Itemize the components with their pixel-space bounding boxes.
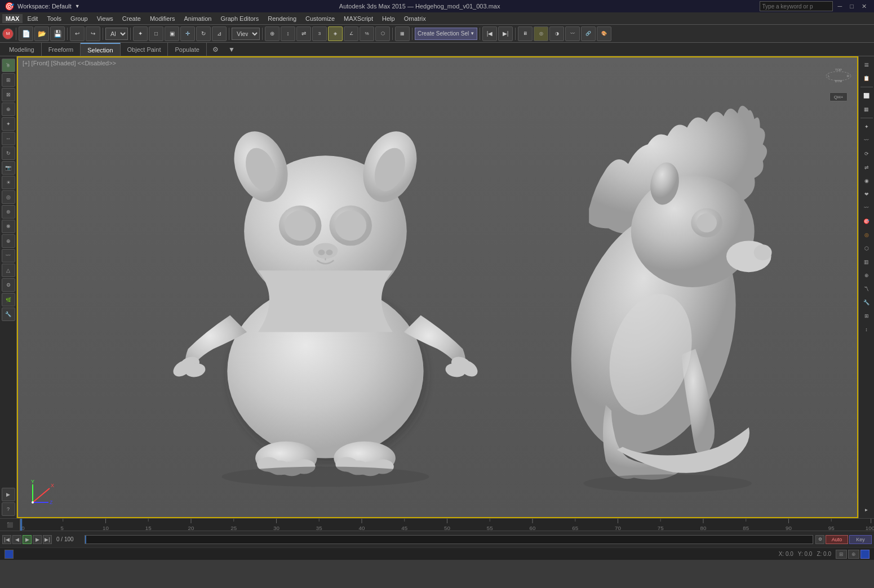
left-btn-reactor[interactable]: ⊕ — [2, 234, 15, 248]
left-btn-modifier[interactable]: ⚙ — [2, 278, 15, 292]
next-keyframe-btn[interactable]: ▶| — [498, 26, 513, 41]
menu-tools[interactable]: Tools — [42, 14, 66, 23]
align-btn[interactable]: ↕ — [281, 26, 295, 41]
tab-freeform[interactable]: Freeform — [42, 43, 81, 56]
rotate-btn[interactable]: ↻ — [196, 26, 211, 41]
secondary-toolbar-icon[interactable]: ⚙ — [209, 43, 223, 56]
menu-create[interactable]: Create — [118, 14, 145, 23]
menu-graph-editors[interactable]: Graph Editors — [216, 14, 263, 23]
next-frame-btn[interactable]: ▶ — [33, 535, 42, 544]
left-btn-bind[interactable]: ⊕ — [2, 103, 15, 116]
viewport-nav-cube[interactable]: TOP BTM L R QH+ — [824, 62, 853, 101]
grid-btn[interactable]: ⊞ — [836, 550, 847, 559]
open-file-btn[interactable]: 📂 — [34, 26, 49, 41]
minimize-button[interactable]: ─ — [835, 3, 845, 10]
left-btn-space[interactable]: ⊛ — [2, 205, 15, 219]
secondary-toolbar-expand[interactable]: ▼ — [225, 43, 238, 56]
right-btn-18[interactable]: 🔧 — [860, 296, 873, 309]
left-btn-cursor[interactable]: 🖱 — [2, 59, 15, 72]
right-btn-12[interactable]: 🎯 — [860, 215, 873, 228]
right-btn-5[interactable]: ✦ — [860, 121, 873, 133]
left-btn-helper[interactable]: ◎ — [2, 190, 15, 204]
select-region-btn[interactable]: □ — [149, 26, 163, 41]
spinner-snap-btn[interactable]: ⬡ — [375, 26, 390, 41]
select-region-alt-btn[interactable]: ▣ — [165, 26, 179, 41]
prev-frame-btn[interactable]: ◀ — [12, 535, 21, 544]
left-btn-transform[interactable]: ↔ — [2, 132, 15, 145]
right-btn-2[interactable]: 📋 — [860, 72, 873, 84]
color-clipboard-btn[interactable]: 🎨 — [597, 26, 611, 41]
snap-btn[interactable]: 3 — [312, 26, 327, 41]
snap-status-btn[interactable]: ⊕ — [848, 550, 859, 559]
tab-object-paint[interactable]: Object Paint — [121, 43, 168, 56]
move-btn[interactable]: ✛ — [180, 26, 195, 41]
right-btn-11[interactable]: 〰 — [860, 202, 873, 214]
menu-rendering[interactable]: Rendering — [263, 14, 301, 23]
left-btn-rotate[interactable]: ↻ — [2, 146, 15, 160]
right-btn-8[interactable]: ⇌ — [860, 161, 873, 173]
go-start-btn[interactable]: |◀ — [2, 535, 11, 544]
snap2d-btn[interactable]: ◈ — [328, 26, 343, 41]
right-btn-1[interactable]: ≡ — [860, 59, 873, 71]
right-btn-16[interactable]: ⊕ — [860, 269, 873, 282]
tab-selection[interactable]: Selection — [81, 43, 120, 56]
prev-keyframe-btn[interactable]: |◀ — [482, 26, 497, 41]
user-color-swatch[interactable] — [860, 550, 869, 559]
right-btn-9[interactable]: ◉ — [860, 175, 873, 187]
left-btn-geo[interactable]: △ — [2, 264, 15, 277]
maximize-button[interactable]: □ — [847, 3, 857, 10]
left-btn-select[interactable]: ✦ — [2, 117, 15, 131]
curve-editor-btn[interactable]: 〰 — [565, 26, 580, 41]
render-btn[interactable]: ◎ — [534, 26, 548, 41]
right-btn-7[interactable]: ⟳ — [860, 148, 873, 160]
render-setup-btn[interactable]: 🖥 — [518, 26, 533, 41]
workspace-dropdown-icon[interactable]: ▼ — [75, 3, 80, 9]
left-btn-unlink[interactable]: ⊠ — [2, 88, 15, 101]
left-btn-wrench[interactable]: 🔧 — [2, 308, 15, 321]
left-btn-camera[interactable]: 📷 — [2, 161, 15, 175]
auto-key-btn[interactable]: Auto — [826, 535, 848, 544]
pivot-btn[interactable]: ⊕ — [265, 26, 279, 41]
vp-qh-btn[interactable]: QH+ — [829, 92, 848, 101]
view-dropdown[interactable]: View — [232, 28, 260, 40]
layer-btn[interactable]: ▦ — [395, 26, 410, 41]
right-btn-3[interactable]: ⬜ — [860, 90, 873, 102]
menu-animation[interactable]: Animation — [180, 14, 216, 23]
timeline-scrubber[interactable] — [85, 535, 813, 544]
menu-maxscript[interactable]: MAXScript — [339, 14, 378, 23]
menu-ornatrix[interactable]: Ornatrix — [400, 14, 431, 23]
material-editor-btn[interactable]: ◑ — [549, 26, 564, 41]
menu-edit[interactable]: Edit — [23, 14, 42, 23]
schematic-view-btn[interactable]: 🔗 — [581, 26, 596, 41]
right-btn-17[interactable]: 〽 — [860, 283, 873, 295]
select-btn[interactable]: ✦ — [133, 26, 148, 41]
right-btn-10[interactable]: ❤ — [860, 188, 873, 201]
right-btn-13[interactable]: ◎ — [860, 229, 873, 241]
left-btn-link[interactable]: ⊞ — [2, 73, 15, 87]
left-btn-wire[interactable]: 〰 — [2, 249, 15, 262]
menu-customize[interactable]: Customize — [301, 14, 339, 23]
app-logo-btn[interactable]: M — [2, 28, 14, 39]
right-btn-14[interactable]: ⬡ — [860, 242, 873, 255]
scale-btn[interactable]: ⊿ — [212, 26, 227, 41]
status-color-swatch[interactable] — [5, 550, 14, 559]
go-end-btn[interactable]: ▶| — [43, 535, 52, 544]
set-key-btn[interactable]: Key — [849, 535, 872, 544]
right-btn-20[interactable]: ↕ — [860, 323, 873, 336]
percent-snap-btn[interactable]: % — [360, 26, 374, 41]
left-btn-particles[interactable]: ❋ — [2, 220, 15, 233]
right-btn-6[interactable]: 〰 — [860, 134, 873, 146]
time-config-btn[interactable]: ⚙ — [815, 535, 824, 544]
selection-filter-dropdown[interactable]: All — [105, 28, 128, 40]
tab-modeling[interactable]: Modeling — [2, 43, 42, 56]
save-file-btn[interactable]: 💾 — [50, 26, 65, 41]
tab-populate[interactable]: Populate — [168, 43, 206, 56]
close-button[interactable]: ✕ — [859, 3, 869, 10]
right-btn-4[interactable]: ▦ — [860, 103, 873, 115]
menu-group[interactable]: Group — [66, 14, 92, 23]
3d-viewport-canvas[interactable] — [18, 57, 857, 517]
redo-btn[interactable]: ↪ — [86, 26, 100, 41]
undo-btn[interactable]: ↩ — [70, 26, 85, 41]
right-btn-cursor[interactable]: ► — [860, 504, 873, 516]
play-btn[interactable]: ▶ — [23, 535, 32, 544]
